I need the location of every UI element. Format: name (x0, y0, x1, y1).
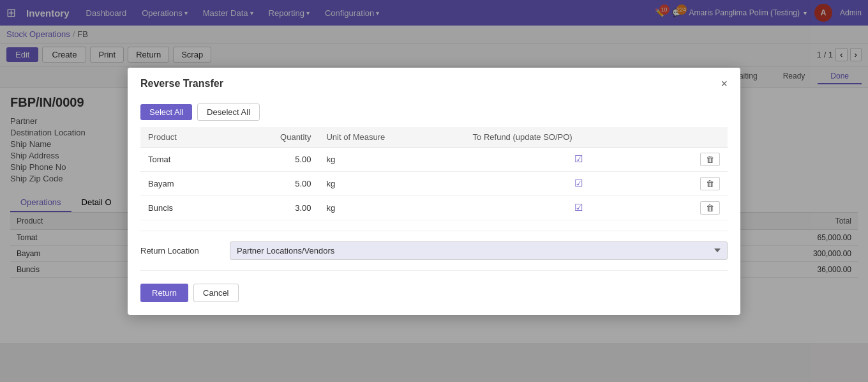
modal-cell-uom: kg (318, 195, 465, 220)
modal-table-row: Buncis 3.00 kg ☑ 🗑 (140, 195, 728, 220)
modal-cell-refund[interactable]: ☑ (465, 171, 692, 195)
modal-footer: Return Cancel (140, 281, 728, 302)
modal-divider (140, 231, 728, 231)
modal-table-row: Bayam 5.00 kg ☑ 🗑 (140, 171, 728, 195)
checkbox-checked-icon[interactable]: ☑ (574, 178, 583, 188)
checkbox-checked-icon[interactable]: ☑ (574, 153, 583, 164)
modal-col-product: Product (140, 127, 227, 148)
modal-col-uom: Unit of Measure (318, 127, 465, 148)
modal-cell-product: Bayam (140, 171, 227, 195)
modal-cell-refund[interactable]: ☑ (465, 195, 692, 220)
delete-row-button[interactable]: 🗑 (700, 177, 720, 190)
modal-cell-uom: kg (318, 147, 465, 171)
return-location-row: Return Location Partner Locations/Vendor… (140, 241, 728, 260)
modal-col-refund: To Refund (update SO/PO) (465, 127, 692, 148)
modal-cancel-button[interactable]: Cancel (193, 284, 238, 302)
modal-cell-refund[interactable]: ☑ (465, 147, 692, 171)
modal-close-button[interactable]: × (721, 78, 728, 89)
modal-cell-delete[interactable]: 🗑 (692, 195, 728, 220)
modal-col-quantity: Quantity (227, 127, 318, 148)
modal-title: Reverse Transfer (140, 78, 223, 89)
modal-cell-product: Buncis (140, 195, 227, 220)
select-buttons: Select All Deselect All (140, 103, 728, 121)
select-all-button[interactable]: Select All (140, 104, 192, 120)
checkbox-checked-icon[interactable]: ☑ (574, 202, 583, 213)
modal-cell-product: Tomat (140, 147, 227, 171)
delete-row-button[interactable]: 🗑 (700, 201, 720, 215)
deselect-all-button[interactable]: Deselect All (197, 103, 260, 121)
modal-cell-quantity: 5.00 (227, 147, 318, 171)
modal-table-row: Tomat 5.00 kg ☑ 🗑 (140, 147, 728, 171)
return-location-select[interactable]: Partner Locations/Vendors (230, 241, 728, 260)
modal-reverse-transfer: Reverse Transfer × Select All Deselect A… (128, 68, 740, 315)
modal-cell-uom: kg (318, 171, 465, 195)
modal-cell-delete[interactable]: 🗑 (692, 171, 728, 195)
modal-cell-delete[interactable]: 🗑 (692, 147, 728, 171)
modal-overlay[interactable]: Reverse Transfer × Select All Deselect A… (0, 0, 868, 343)
return-location-label: Return Location (140, 246, 230, 256)
modal-return-button[interactable]: Return (140, 284, 188, 302)
modal-table: Product Quantity Unit of Measure To Refu… (140, 127, 728, 220)
modal-cell-quantity: 3.00 (227, 195, 318, 220)
modal-body: Select All Deselect All Product Quantity… (128, 97, 740, 315)
modal-header: Reverse Transfer × (128, 68, 740, 97)
modal-col-actions (692, 127, 728, 148)
delete-row-button[interactable]: 🗑 (700, 153, 720, 166)
modal-footer-divider (140, 270, 728, 271)
modal-cell-quantity: 5.00 (227, 171, 318, 195)
